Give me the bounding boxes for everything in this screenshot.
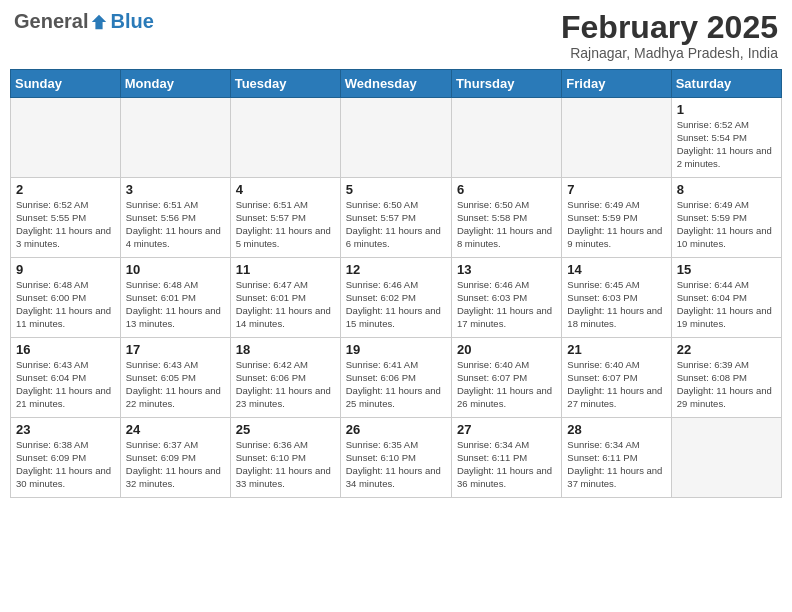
- calendar-cell: 12Sunrise: 6:46 AM Sunset: 6:02 PM Dayli…: [340, 258, 451, 338]
- calendar-cell: 18Sunrise: 6:42 AM Sunset: 6:06 PM Dayli…: [230, 338, 340, 418]
- day-info: Sunrise: 6:45 AM Sunset: 6:03 PM Dayligh…: [567, 279, 665, 330]
- day-number: 22: [677, 342, 776, 357]
- day-info: Sunrise: 6:49 AM Sunset: 5:59 PM Dayligh…: [567, 199, 665, 250]
- weekday-header-thursday: Thursday: [451, 70, 561, 98]
- calendar-table: SundayMondayTuesdayWednesdayThursdayFrid…: [10, 69, 782, 498]
- day-number: 1: [677, 102, 776, 117]
- calendar-cell: 21Sunrise: 6:40 AM Sunset: 6:07 PM Dayli…: [562, 338, 671, 418]
- day-number: 7: [567, 182, 665, 197]
- weekday-header-friday: Friday: [562, 70, 671, 98]
- logo-general-text: General: [14, 10, 88, 33]
- day-number: 18: [236, 342, 335, 357]
- calendar-cell: [11, 98, 121, 178]
- calendar-cell: 6Sunrise: 6:50 AM Sunset: 5:58 PM Daylig…: [451, 178, 561, 258]
- calendar-cell: 27Sunrise: 6:34 AM Sunset: 6:11 PM Dayli…: [451, 418, 561, 498]
- calendar-cell: 24Sunrise: 6:37 AM Sunset: 6:09 PM Dayli…: [120, 418, 230, 498]
- logo: General Blue: [14, 10, 154, 33]
- calendar-cell: 4Sunrise: 6:51 AM Sunset: 5:57 PM Daylig…: [230, 178, 340, 258]
- day-number: 19: [346, 342, 446, 357]
- calendar-cell: 23Sunrise: 6:38 AM Sunset: 6:09 PM Dayli…: [11, 418, 121, 498]
- svg-marker-0: [92, 14, 106, 28]
- day-number: 4: [236, 182, 335, 197]
- calendar-cell: 3Sunrise: 6:51 AM Sunset: 5:56 PM Daylig…: [120, 178, 230, 258]
- day-number: 2: [16, 182, 115, 197]
- day-info: Sunrise: 6:38 AM Sunset: 6:09 PM Dayligh…: [16, 439, 115, 490]
- calendar-cell: [120, 98, 230, 178]
- calendar-cell: 7Sunrise: 6:49 AM Sunset: 5:59 PM Daylig…: [562, 178, 671, 258]
- calendar-cell: [230, 98, 340, 178]
- day-number: 28: [567, 422, 665, 437]
- week-row-1: 2Sunrise: 6:52 AM Sunset: 5:55 PM Daylig…: [11, 178, 782, 258]
- day-info: Sunrise: 6:46 AM Sunset: 6:02 PM Dayligh…: [346, 279, 446, 330]
- day-info: Sunrise: 6:41 AM Sunset: 6:06 PM Dayligh…: [346, 359, 446, 410]
- calendar-cell: 2Sunrise: 6:52 AM Sunset: 5:55 PM Daylig…: [11, 178, 121, 258]
- day-info: Sunrise: 6:43 AM Sunset: 6:05 PM Dayligh…: [126, 359, 225, 410]
- calendar-cell: 22Sunrise: 6:39 AM Sunset: 6:08 PM Dayli…: [671, 338, 781, 418]
- day-info: Sunrise: 6:39 AM Sunset: 6:08 PM Dayligh…: [677, 359, 776, 410]
- calendar-cell: 20Sunrise: 6:40 AM Sunset: 6:07 PM Dayli…: [451, 338, 561, 418]
- day-info: Sunrise: 6:52 AM Sunset: 5:55 PM Dayligh…: [16, 199, 115, 250]
- day-info: Sunrise: 6:50 AM Sunset: 5:58 PM Dayligh…: [457, 199, 556, 250]
- day-number: 14: [567, 262, 665, 277]
- weekday-header-row: SundayMondayTuesdayWednesdayThursdayFrid…: [11, 70, 782, 98]
- calendar-cell: [671, 418, 781, 498]
- week-row-2: 9Sunrise: 6:48 AM Sunset: 6:00 PM Daylig…: [11, 258, 782, 338]
- calendar-cell: [340, 98, 451, 178]
- week-row-0: 1Sunrise: 6:52 AM Sunset: 5:54 PM Daylig…: [11, 98, 782, 178]
- calendar-cell: 10Sunrise: 6:48 AM Sunset: 6:01 PM Dayli…: [120, 258, 230, 338]
- logo-icon: [90, 13, 108, 31]
- weekday-header-saturday: Saturday: [671, 70, 781, 98]
- title-area: February 2025 Rajnagar, Madhya Pradesh, …: [561, 10, 778, 61]
- day-info: Sunrise: 6:49 AM Sunset: 5:59 PM Dayligh…: [677, 199, 776, 250]
- day-number: 9: [16, 262, 115, 277]
- calendar-cell: 14Sunrise: 6:45 AM Sunset: 6:03 PM Dayli…: [562, 258, 671, 338]
- calendar-cell: 19Sunrise: 6:41 AM Sunset: 6:06 PM Dayli…: [340, 338, 451, 418]
- day-info: Sunrise: 6:37 AM Sunset: 6:09 PM Dayligh…: [126, 439, 225, 490]
- calendar-cell: 5Sunrise: 6:50 AM Sunset: 5:57 PM Daylig…: [340, 178, 451, 258]
- calendar-cell: 13Sunrise: 6:46 AM Sunset: 6:03 PM Dayli…: [451, 258, 561, 338]
- weekday-header-tuesday: Tuesday: [230, 70, 340, 98]
- day-info: Sunrise: 6:42 AM Sunset: 6:06 PM Dayligh…: [236, 359, 335, 410]
- calendar-cell: 17Sunrise: 6:43 AM Sunset: 6:05 PM Dayli…: [120, 338, 230, 418]
- day-info: Sunrise: 6:51 AM Sunset: 5:56 PM Dayligh…: [126, 199, 225, 250]
- day-info: Sunrise: 6:50 AM Sunset: 5:57 PM Dayligh…: [346, 199, 446, 250]
- day-info: Sunrise: 6:47 AM Sunset: 6:01 PM Dayligh…: [236, 279, 335, 330]
- day-info: Sunrise: 6:40 AM Sunset: 6:07 PM Dayligh…: [567, 359, 665, 410]
- calendar-cell: 8Sunrise: 6:49 AM Sunset: 5:59 PM Daylig…: [671, 178, 781, 258]
- weekday-header-sunday: Sunday: [11, 70, 121, 98]
- day-info: Sunrise: 6:40 AM Sunset: 6:07 PM Dayligh…: [457, 359, 556, 410]
- calendar-cell: 25Sunrise: 6:36 AM Sunset: 6:10 PM Dayli…: [230, 418, 340, 498]
- month-title: February 2025: [561, 10, 778, 45]
- calendar-cell: 11Sunrise: 6:47 AM Sunset: 6:01 PM Dayli…: [230, 258, 340, 338]
- day-info: Sunrise: 6:52 AM Sunset: 5:54 PM Dayligh…: [677, 119, 776, 170]
- weekday-header-wednesday: Wednesday: [340, 70, 451, 98]
- day-number: 6: [457, 182, 556, 197]
- day-info: Sunrise: 6:43 AM Sunset: 6:04 PM Dayligh…: [16, 359, 115, 410]
- day-info: Sunrise: 6:36 AM Sunset: 6:10 PM Dayligh…: [236, 439, 335, 490]
- page-header: General Blue February 2025 Rajnagar, Mad…: [10, 10, 782, 61]
- day-number: 16: [16, 342, 115, 357]
- day-number: 23: [16, 422, 115, 437]
- day-info: Sunrise: 6:34 AM Sunset: 6:11 PM Dayligh…: [457, 439, 556, 490]
- logo-blue-text: Blue: [110, 10, 153, 33]
- day-number: 8: [677, 182, 776, 197]
- day-number: 13: [457, 262, 556, 277]
- calendar-cell: 16Sunrise: 6:43 AM Sunset: 6:04 PM Dayli…: [11, 338, 121, 418]
- day-number: 17: [126, 342, 225, 357]
- day-number: 15: [677, 262, 776, 277]
- calendar-cell: 28Sunrise: 6:34 AM Sunset: 6:11 PM Dayli…: [562, 418, 671, 498]
- calendar-cell: [562, 98, 671, 178]
- week-row-3: 16Sunrise: 6:43 AM Sunset: 6:04 PM Dayli…: [11, 338, 782, 418]
- week-row-4: 23Sunrise: 6:38 AM Sunset: 6:09 PM Dayli…: [11, 418, 782, 498]
- day-info: Sunrise: 6:51 AM Sunset: 5:57 PM Dayligh…: [236, 199, 335, 250]
- day-number: 25: [236, 422, 335, 437]
- day-number: 5: [346, 182, 446, 197]
- calendar-cell: 1Sunrise: 6:52 AM Sunset: 5:54 PM Daylig…: [671, 98, 781, 178]
- day-info: Sunrise: 6:44 AM Sunset: 6:04 PM Dayligh…: [677, 279, 776, 330]
- calendar-cell: 9Sunrise: 6:48 AM Sunset: 6:00 PM Daylig…: [11, 258, 121, 338]
- day-number: 27: [457, 422, 556, 437]
- day-number: 12: [346, 262, 446, 277]
- calendar-cell: 26Sunrise: 6:35 AM Sunset: 6:10 PM Dayli…: [340, 418, 451, 498]
- weekday-header-monday: Monday: [120, 70, 230, 98]
- location-subtitle: Rajnagar, Madhya Pradesh, India: [561, 45, 778, 61]
